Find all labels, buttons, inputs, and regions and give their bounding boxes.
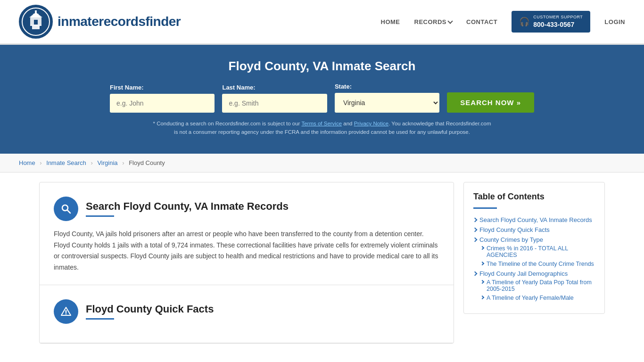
toc-sub-link-4-1[interactable]: A Timeline of Yearly Data Pop Total from… bbox=[481, 279, 595, 292]
toc-sub-item-3-2: The Timeline of the County Crime Trends bbox=[481, 261, 595, 267]
toc-sub-chevron-4-2 bbox=[480, 296, 484, 299]
breadcrumb: Home › Inmate Search › Virginia › Floyd … bbox=[0, 154, 644, 173]
state-select[interactable]: Virginia Alabama Alaska Arizona Californ… bbox=[335, 93, 439, 113]
nav-login[interactable]: LOGIN bbox=[604, 18, 625, 25]
toc-chevron-1 bbox=[473, 217, 478, 222]
logo-text-bold: finder bbox=[145, 14, 181, 29]
toc-link-2[interactable]: Floyd County Quick Facts bbox=[473, 226, 595, 233]
breadcrumb-home[interactable]: Home bbox=[19, 159, 35, 166]
toc-sub-link-4-2[interactable]: A Timeline of Yearly Female/Male bbox=[481, 295, 595, 301]
toc-sub-chevron-3-1 bbox=[480, 246, 484, 250]
toc-sub-item-3-1: Crimes % in 2016 - TOTAL ALL AGENCIES bbox=[481, 245, 595, 258]
nav-contact[interactable]: CONTACT bbox=[466, 18, 497, 25]
toc-chevron-2 bbox=[473, 227, 478, 232]
search-section: Search Floyd County, VA Inmate Records F… bbox=[40, 182, 454, 285]
disclaimer: * Conducting a search on Recordsfinder.c… bbox=[19, 119, 625, 137]
toc-sub-item-4-2: A Timeline of Yearly Female/Male bbox=[481, 295, 595, 301]
toc-item-4: Floyd County Jail Demographics A Timelin… bbox=[473, 270, 595, 301]
hero-section: Floyd County, VA Inmate Search First Nam… bbox=[0, 45, 644, 154]
chevron-down-icon bbox=[447, 18, 453, 24]
terms-link[interactable]: Terms of Service bbox=[301, 121, 342, 126]
search-icon bbox=[60, 203, 72, 214]
last-name-label: Last Name: bbox=[222, 84, 327, 91]
alert-icon bbox=[60, 306, 72, 317]
logo-text-regular: inmaterecords bbox=[58, 14, 145, 29]
section-body-search: Floyd County, VA jails hold prisoners af… bbox=[54, 229, 439, 273]
first-name-label: First Name: bbox=[110, 84, 215, 91]
last-name-input[interactable] bbox=[222, 94, 327, 113]
toc-link-4[interactable]: Floyd County Jail Demographics bbox=[473, 270, 595, 277]
logo-text: inmaterecordsfinder bbox=[58, 14, 181, 29]
breadcrumb-sep-1: › bbox=[40, 159, 41, 166]
main-container: Search Floyd County, VA Inmate Records F… bbox=[20, 182, 624, 344]
nav-records[interactable]: RECORDS bbox=[414, 18, 453, 25]
toc-item-2: Floyd County Quick Facts bbox=[473, 226, 595, 233]
toc-sub-link-3-2[interactable]: The Timeline of the County Crime Trends bbox=[481, 261, 595, 267]
toc-sub-chevron-4-1 bbox=[480, 280, 484, 284]
last-name-group: Last Name: bbox=[222, 84, 327, 113]
section-title-underline-facts bbox=[86, 318, 114, 320]
content-area: Search Floyd County, VA Inmate Records F… bbox=[39, 182, 454, 344]
privacy-link[interactable]: Privacy Notice bbox=[354, 121, 389, 126]
toc-link-1[interactable]: Search Floyd County, VA Inmate Records bbox=[473, 216, 595, 223]
section-title-search: Search Floyd County, VA Inmate Records bbox=[86, 200, 289, 213]
support-label: CUSTOMER SUPPORT bbox=[533, 15, 583, 20]
toc-sublist-3: Crimes % in 2016 - TOTAL ALL AGENCIES Th… bbox=[481, 245, 595, 267]
site-header: inmaterecordsfinder HOME RECORDS CONTACT… bbox=[0, 0, 644, 45]
toc-sub-item-4-1: A Timeline of Yearly Data Pop Total from… bbox=[481, 279, 595, 292]
section-title-underline bbox=[86, 215, 114, 217]
svg-point-12 bbox=[66, 313, 66, 314]
logo-icon bbox=[19, 5, 53, 39]
support-number: 800-433-0567 bbox=[533, 20, 583, 29]
toc-list: Search Floyd County, VA Inmate Records F… bbox=[473, 216, 595, 301]
hero-title: Floyd County, VA Inmate Search bbox=[19, 59, 625, 74]
state-label: State: bbox=[335, 83, 439, 90]
toc-chevron-4 bbox=[473, 271, 478, 276]
search-button[interactable]: SEARCH NOW » bbox=[447, 92, 534, 113]
breadcrumb-inmate-search[interactable]: Inmate Search bbox=[46, 159, 86, 166]
toc-sub-chevron-3-2 bbox=[480, 262, 484, 265]
search-form: First Name: Last Name: State: Virginia A… bbox=[110, 83, 534, 113]
svg-rect-1 bbox=[32, 25, 40, 29]
section-header-facts: Floyd County Quick Facts bbox=[54, 299, 439, 324]
svg-line-9 bbox=[67, 210, 70, 213]
state-group: State: Virginia Alabama Alaska Arizona C… bbox=[335, 83, 439, 113]
toc: Table of Contents Search Floyd County, V… bbox=[463, 182, 605, 314]
toc-chevron-3 bbox=[473, 237, 478, 242]
svg-rect-4 bbox=[34, 20, 38, 25]
svg-rect-2 bbox=[30, 25, 41, 26]
toc-sublist-4: A Timeline of Yearly Data Pop Total from… bbox=[481, 279, 595, 301]
main-nav: HOME RECORDS CONTACT 🎧 CUSTOMER SUPPORT … bbox=[381, 11, 625, 33]
toc-item-3: County Crimes by Type Crimes % in 2016 -… bbox=[473, 236, 595, 267]
toc-divider bbox=[473, 207, 497, 209]
customer-support-box: 🎧 CUSTOMER SUPPORT 800-433-0567 bbox=[512, 11, 590, 33]
svg-rect-6 bbox=[35, 10, 37, 14]
breadcrumb-sep-2: › bbox=[91, 159, 92, 166]
logo-area: inmaterecordsfinder bbox=[19, 5, 181, 39]
alert-section-icon bbox=[54, 299, 78, 324]
toc-link-3[interactable]: County Crimes by Type bbox=[473, 236, 595, 243]
breadcrumb-current: Floyd County bbox=[129, 159, 165, 166]
nav-home[interactable]: HOME bbox=[381, 18, 400, 25]
search-section-icon bbox=[54, 197, 78, 221]
breadcrumb-sep-3: › bbox=[122, 159, 124, 166]
svg-rect-7 bbox=[33, 14, 39, 15]
section-title-facts: Floyd County Quick Facts bbox=[86, 303, 214, 315]
first-name-input[interactable] bbox=[110, 94, 215, 113]
toc-sub-link-3-1[interactable]: Crimes % in 2016 - TOTAL ALL AGENCIES bbox=[481, 245, 595, 258]
section-header-search: Search Floyd County, VA Inmate Records bbox=[54, 197, 439, 221]
toc-item-1: Search Floyd County, VA Inmate Records bbox=[473, 216, 595, 223]
first-name-group: First Name: bbox=[110, 84, 215, 113]
sidebar: Table of Contents Search Floyd County, V… bbox=[463, 182, 605, 344]
breadcrumb-virginia[interactable]: Virginia bbox=[97, 159, 117, 166]
toc-title: Table of Contents bbox=[473, 192, 595, 202]
headphone-icon: 🎧 bbox=[519, 16, 529, 27]
quick-facts-section: Floyd County Quick Facts bbox=[40, 285, 454, 343]
